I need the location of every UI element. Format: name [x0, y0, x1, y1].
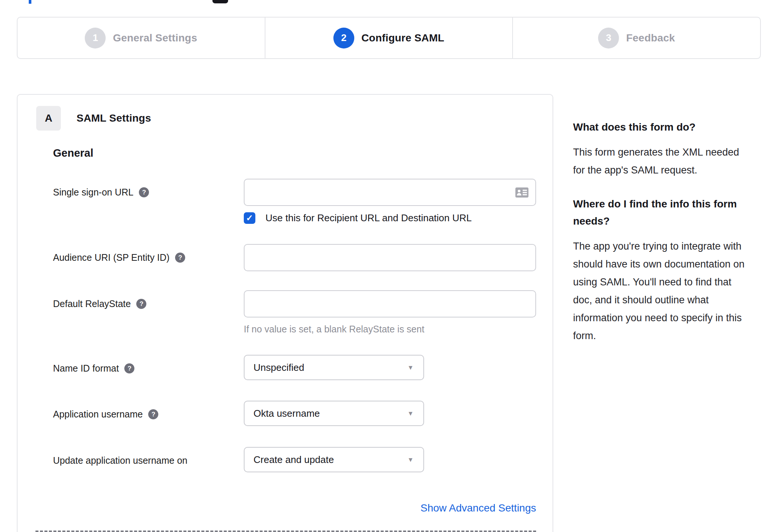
- sidebar-heading-where: Where do I find the info this form needs…: [573, 195, 764, 230]
- show-advanced-settings-link[interactable]: Show Advanced Settings: [420, 502, 536, 514]
- relay-state-label-wrap: Default RelayState ?: [53, 290, 244, 309]
- advanced-settings-link-row: Show Advanced Settings: [244, 502, 536, 514]
- help-icon[interactable]: ?: [139, 187, 149, 197]
- audience-uri-label: Audience URI (SP Entity ID): [53, 252, 169, 263]
- step-number-badge: 1: [85, 28, 106, 48]
- application-username-select[interactable]: Okta username ▼: [244, 401, 424, 426]
- panel-title: SAML Settings: [77, 112, 151, 124]
- help-icon[interactable]: ?: [124, 363, 134, 373]
- step-label: Feedback: [626, 32, 675, 44]
- sidebar-paragraph-what: This form generates the XML needed for t…: [573, 143, 764, 179]
- help-icon[interactable]: ?: [148, 409, 158, 419]
- recipient-url-checkbox-label: Use this for Recipient URL and Destinati…: [265, 212, 472, 224]
- name-id-format-select[interactable]: Unspecified ▼: [244, 355, 424, 380]
- update-username-label-wrap: Update application username on: [53, 447, 244, 466]
- chevron-down-icon: ▼: [407, 457, 414, 463]
- step-label: Configure SAML: [361, 32, 444, 44]
- contact-card-icon[interactable]: [515, 187, 529, 198]
- step-general-settings[interactable]: 1 General Settings: [18, 18, 265, 58]
- cutoff-blue-fragment: [29, 0, 31, 4]
- wizard-stepper: 1 General Settings 2 Configure SAML 3 Fe…: [17, 17, 761, 59]
- name-id-format-value: Unspecified: [253, 362, 304, 373]
- general-group-title: General: [53, 147, 535, 159]
- help-sidebar: What does this form do? This form genera…: [573, 119, 764, 345]
- recipient-url-checkbox-row: ✓ Use this for Recipient URL and Destina…: [244, 212, 536, 224]
- step-feedback[interactable]: 3 Feedback: [512, 18, 760, 58]
- sidebar-heading-what: What does this form do?: [573, 119, 764, 136]
- sso-url-row: Single sign-on URL ?: [53, 179, 535, 224]
- section-dashed-divider: [35, 531, 536, 532]
- audience-uri-input[interactable]: [244, 244, 536, 271]
- application-username-value: Okta username: [253, 408, 320, 419]
- audience-uri-label-wrap: Audience URI (SP Entity ID) ?: [53, 244, 244, 263]
- update-username-row: Update application username on Create an…: [53, 447, 535, 472]
- panel-header: A SAML Settings: [36, 106, 535, 131]
- step-label: General Settings: [113, 32, 197, 44]
- cutoff-toolbar-fragment: [212, 0, 228, 3]
- step-number-badge: 3: [598, 28, 619, 48]
- relay-state-helper-text: If no value is set, a blank RelayState i…: [244, 324, 536, 335]
- name-id-format-row: Name ID format ? Unspecified ▼: [53, 355, 535, 380]
- application-username-row: Application username ? Okta username ▼: [53, 401, 535, 426]
- single-sign-on-url-input[interactable]: [244, 179, 536, 206]
- name-id-format-label-wrap: Name ID format ?: [53, 355, 244, 374]
- chevron-down-icon: ▼: [407, 410, 414, 417]
- relay-state-row: Default RelayState ? If no value is set,…: [53, 290, 535, 335]
- help-icon[interactable]: ?: [136, 299, 146, 309]
- saml-form: Single sign-on URL ?: [53, 179, 535, 514]
- relay-state-label: Default RelayState: [53, 298, 131, 309]
- chevron-down-icon: ▼: [407, 364, 414, 371]
- sidebar-paragraph-where: The app you're trying to integrate with …: [573, 237, 764, 345]
- default-relay-state-input[interactable]: [244, 290, 536, 317]
- update-username-value: Create and update: [253, 454, 334, 466]
- application-username-label-wrap: Application username ?: [53, 401, 244, 420]
- sso-url-label-wrap: Single sign-on URL ?: [53, 179, 244, 198]
- recipient-url-checkbox[interactable]: ✓: [244, 212, 255, 224]
- help-icon[interactable]: ?: [175, 253, 185, 263]
- step-number-badge: 2: [333, 28, 354, 48]
- section-a-badge: A: [36, 106, 61, 131]
- update-username-select[interactable]: Create and update ▼: [244, 447, 424, 472]
- sso-url-label: Single sign-on URL: [53, 187, 133, 198]
- name-id-format-label: Name ID format: [53, 363, 119, 374]
- audience-uri-row: Audience URI (SP Entity ID) ?: [53, 244, 535, 271]
- application-username-label: Application username: [53, 409, 143, 420]
- update-username-label: Update application username on: [53, 455, 187, 466]
- step-configure-saml[interactable]: 2 Configure SAML: [265, 18, 513, 58]
- saml-settings-panel: A SAML Settings General Single sign-on U…: [17, 94, 553, 532]
